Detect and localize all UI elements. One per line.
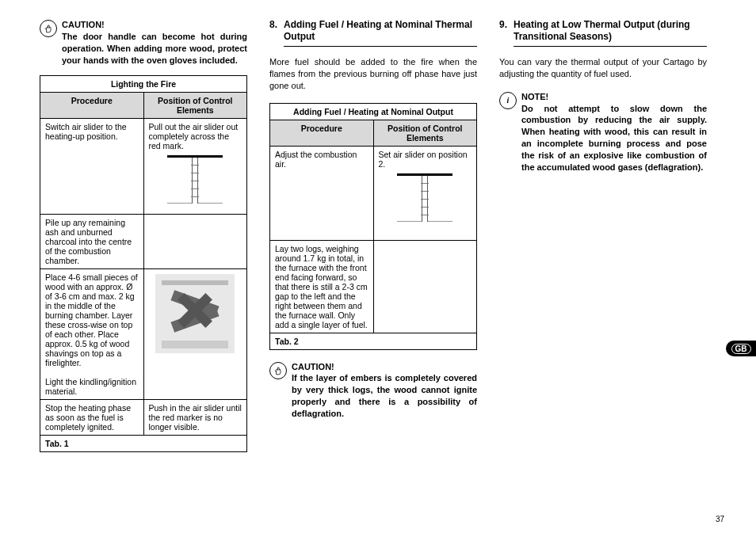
table1-caption: Tab. 1 <box>40 436 247 452</box>
caution-title: CAUTION! <box>292 362 334 371</box>
column-1: CAUTION! The door handle can become hot … <box>40 19 247 452</box>
section-9-underline <box>514 46 707 47</box>
caution-body: If the layer of embers is completely cov… <box>292 373 477 418</box>
caution-title: CAUTION! <box>62 20 105 29</box>
caution-block-1: CAUTION! The door handle can become hot … <box>40 19 247 66</box>
section-8-underline <box>284 46 477 47</box>
caution-body: The door handle can become hot during op… <box>62 32 247 65</box>
table1-r1c1: Switch air slider to the heating-up posi… <box>40 119 144 215</box>
page-number: 37 <box>716 515 724 523</box>
table-adding-fuel: Adding Fuel / Heating at Nominal Output … <box>269 103 477 350</box>
column-2: 8. Adding Fuel / Heating at Nominal Ther… <box>269 19 477 452</box>
info-icon: i <box>499 92 517 109</box>
column-3: 9. Heating at Low Thermal Output (during… <box>499 19 707 452</box>
table1-h1: Procedure <box>40 93 144 119</box>
note-title: NOTE! <box>521 92 548 101</box>
table1-r4c1: Stop the heating phase as soon as the fu… <box>40 400 144 436</box>
section-8-intro: More fuel should be added to the fire wh… <box>269 56 477 92</box>
slider-graphic-pos2 <box>389 173 460 229</box>
stove-graphic <box>155 274 235 353</box>
table2-r2c2 <box>373 240 477 333</box>
table2-caption: Tab. 2 <box>270 333 477 349</box>
section-8-title: Adding Fuel / Heating at Nominal Thermal… <box>284 19 477 43</box>
table2-r1c2: Set air slider on position 2. <box>373 146 477 240</box>
table1-r3c2 <box>143 269 247 400</box>
section-9-num: 9. <box>499 19 514 43</box>
table1-title: Lighting the Fire <box>40 76 247 93</box>
caution-block-2: CAUTION! If the layer of embers is compl… <box>269 361 477 420</box>
note-body: Do not attempt to slow down the combusti… <box>521 104 707 172</box>
table2-title: Adding Fuel / Heating at Nominal Output <box>270 103 477 120</box>
hand-caution-icon <box>40 20 57 37</box>
table2-h1: Procedure <box>270 120 374 146</box>
section-9-title: Heating at Low Thermal Output (during Tr… <box>514 19 707 43</box>
section-8-num: 8. <box>269 19 284 43</box>
section-9-intro: You can vary the thermal output of your … <box>499 56 707 80</box>
caution-text-2: CAUTION! If the layer of embers is compl… <box>292 361 477 420</box>
note-text: NOTE! Do not attempt to slow down the co… <box>521 91 707 173</box>
hand-caution-icon <box>269 362 287 379</box>
table1-r4c2: Push in the air slider until the red mar… <box>143 400 247 436</box>
table1-r2c1: Pile up any remaining ash and unburned c… <box>40 215 144 269</box>
language-tab-gb: GB <box>726 341 756 356</box>
table1-r1c2: Pull out the air slider out completely a… <box>143 119 247 215</box>
section-9-heading: 9. Heating at Low Thermal Output (during… <box>499 19 707 43</box>
table1-r2c2 <box>143 215 247 269</box>
note-block: i NOTE! Do not attempt to slow down the … <box>499 91 707 173</box>
table-lighting-fire: Lighting the Fire Procedure Position of … <box>40 75 247 452</box>
slider-graphic-open <box>159 155 231 211</box>
table2-r1c1: Adjust the combustion air. <box>270 146 374 240</box>
table2-r2c1: Lay two logs, weighing around 1.7 kg in … <box>270 240 374 333</box>
table2-h2: Position of Control Elements <box>373 120 477 146</box>
caution-text-1: CAUTION! The door handle can become hot … <box>62 19 247 66</box>
section-8-heading: 8. Adding Fuel / Heating at Nominal Ther… <box>269 19 477 43</box>
table1-h2: Position of Control Elements <box>143 93 247 119</box>
table1-r3c1: Place 4-6 small pieces of wood with an a… <box>40 269 144 400</box>
